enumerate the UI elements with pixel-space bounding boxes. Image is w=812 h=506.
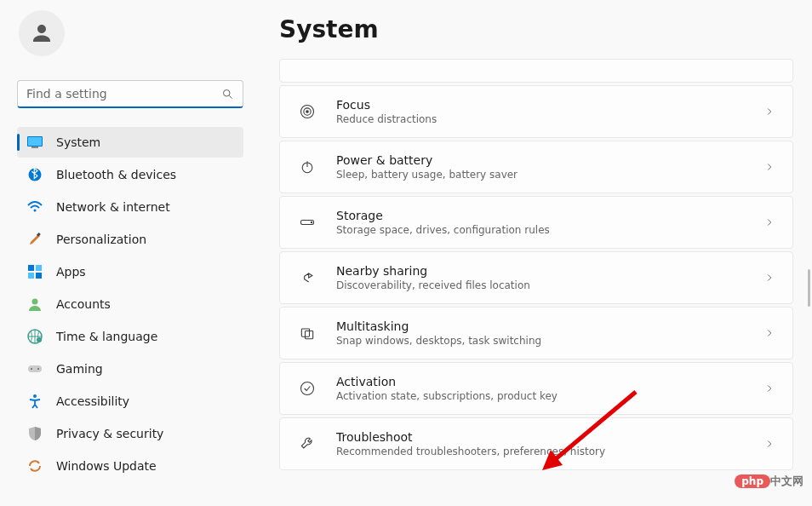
card-title: Multitasking — [336, 319, 745, 333]
card-subtitle: Storage space, drives, configuration rul… — [336, 224, 745, 236]
sidebar-item-label: Network & internet — [56, 200, 170, 214]
settings-card-partial[interactable] — [279, 59, 793, 83]
bluetooth-icon — [27, 167, 43, 182]
user-icon — [27, 296, 43, 312]
watermark-text: 中文网 — [770, 474, 803, 487]
settings-card-multitasking[interactable]: MultitaskingSnap windows, desktops, task… — [279, 307, 793, 359]
chevron-right-icon — [763, 161, 775, 173]
settings-card-nearby-sharing[interactable]: Nearby sharingDiscoverability, received … — [279, 251, 793, 304]
svg-rect-11 — [36, 273, 42, 279]
svg-point-5 — [29, 169, 42, 181]
sidebar-item-label: Privacy & security — [56, 427, 163, 440]
card-title: Storage — [336, 209, 745, 222]
card-title: Focus — [336, 98, 745, 112]
chevron-right-icon — [763, 272, 775, 284]
brush-icon — [27, 232, 43, 247]
watermark-pill: php — [735, 474, 770, 488]
sidebar-item-bluetooth-devices[interactable]: Bluetooth & devices — [17, 159, 243, 190]
svg-rect-4 — [31, 147, 38, 148]
sidebar-item-label: Windows Update — [56, 459, 157, 473]
sidebar-item-accounts[interactable]: Accounts — [17, 289, 243, 319]
card-title: Power & battery — [336, 153, 745, 167]
svg-point-25 — [311, 221, 312, 222]
sidebar-item-label: Accessibility — [56, 394, 129, 408]
card-subtitle: Recommended troubleshooters, preferences… — [336, 446, 745, 457]
svg-point-21 — [306, 111, 309, 113]
apps-icon — [27, 264, 43, 279]
user-avatar[interactable] — [19, 10, 65, 56]
card-subtitle: Discoverability, received files location — [336, 279, 745, 291]
storage-icon — [297, 212, 317, 233]
search-input[interactable] — [26, 87, 221, 101]
svg-point-16 — [31, 368, 32, 370]
sidebar-item-label: Personalization — [56, 233, 146, 246]
svg-point-17 — [37, 368, 39, 370]
svg-point-0 — [224, 89, 231, 96]
watermark: php中文网 — [735, 474, 803, 489]
multitask-icon — [297, 323, 317, 343]
sidebar-item-label: System — [56, 135, 100, 149]
card-subtitle: Sleep, battery usage, battery saver — [336, 169, 745, 181]
focus-icon — [297, 101, 317, 122]
update-icon — [27, 458, 43, 474]
svg-point-6 — [34, 210, 37, 212]
svg-point-18 — [33, 394, 37, 398]
card-subtitle: Snap windows, desktops, task switching — [336, 335, 745, 347]
settings-card-activation[interactable]: ActivationActivation state, subscription… — [279, 362, 793, 415]
settings-list: FocusReduce distractionsPower & batteryS… — [279, 59, 798, 470]
sidebar-item-label: Accounts — [56, 297, 111, 311]
search-icon — [221, 88, 234, 101]
share-icon — [297, 267, 317, 288]
card-title: Activation — [336, 375, 745, 388]
settings-card-troubleshoot[interactable]: TroubleshootRecommended troubleshooters,… — [279, 417, 793, 470]
display-icon — [27, 135, 43, 150]
wifi-icon — [27, 199, 43, 215]
svg-rect-15 — [28, 365, 42, 372]
sidebar-item-system[interactable]: System — [17, 127, 243, 158]
settings-card-storage[interactable]: StorageStorage space, drives, configurat… — [279, 196, 793, 249]
sidebar-item-gaming[interactable]: Gaming — [17, 354, 243, 384]
sidebar-nav: SystemBluetooth & devicesNetwork & inter… — [17, 127, 243, 481]
gamepad-icon — [27, 361, 43, 377]
settings-card-power-battery[interactable]: Power & batterySleep, battery usage, bat… — [279, 141, 793, 193]
sidebar-item-time-language[interactable]: Time & language — [17, 321, 243, 352]
search-input-container[interactable] — [17, 80, 243, 108]
sidebar-item-label: Time & language — [56, 330, 157, 343]
power-icon — [297, 157, 317, 177]
chevron-right-icon — [763, 382, 775, 394]
card-subtitle: Activation state, subscriptions, product… — [336, 390, 745, 402]
sidebar-item-label: Gaming — [56, 362, 103, 376]
page-title: System — [279, 15, 798, 43]
sidebar-item-personalization[interactable]: Personalization — [17, 224, 243, 255]
scrollbar-thumb[interactable] — [808, 269, 810, 307]
sidebar-item-windows-update[interactable]: Windows Update — [17, 451, 243, 481]
svg-rect-8 — [28, 265, 34, 271]
svg-point-12 — [32, 299, 38, 305]
sidebar-item-network-internet[interactable]: Network & internet — [17, 192, 243, 222]
sidebar-item-accessibility[interactable]: Accessibility — [17, 386, 243, 417]
accessibility-icon — [27, 394, 43, 409]
svg-rect-10 — [28, 273, 34, 279]
sidebar-item-privacy-security[interactable]: Privacy & security — [17, 418, 243, 449]
settings-card-focus[interactable]: FocusReduce distractions — [279, 85, 793, 138]
chevron-right-icon — [763, 216, 775, 228]
activation-icon — [297, 378, 317, 399]
card-title: Troubleshoot — [336, 430, 745, 444]
chevron-right-icon — [763, 106, 775, 118]
svg-point-14 — [37, 337, 42, 342]
sidebar-item-label: Bluetooth & devices — [56, 168, 176, 181]
person-icon — [29, 20, 54, 46]
svg-point-28 — [301, 382, 314, 395]
svg-rect-3 — [28, 137, 42, 146]
chevron-right-icon — [763, 327, 775, 339]
svg-rect-9 — [36, 265, 42, 271]
shield-icon — [27, 426, 43, 441]
globe-icon — [27, 329, 43, 344]
chevron-right-icon — [763, 438, 775, 450]
card-subtitle: Reduce distractions — [336, 113, 745, 125]
sidebar-item-label: Apps — [56, 265, 86, 279]
card-title: Nearby sharing — [336, 264, 745, 278]
svg-line-1 — [229, 95, 232, 98]
wrench-icon — [297, 434, 317, 454]
sidebar-item-apps[interactable]: Apps — [17, 256, 243, 287]
